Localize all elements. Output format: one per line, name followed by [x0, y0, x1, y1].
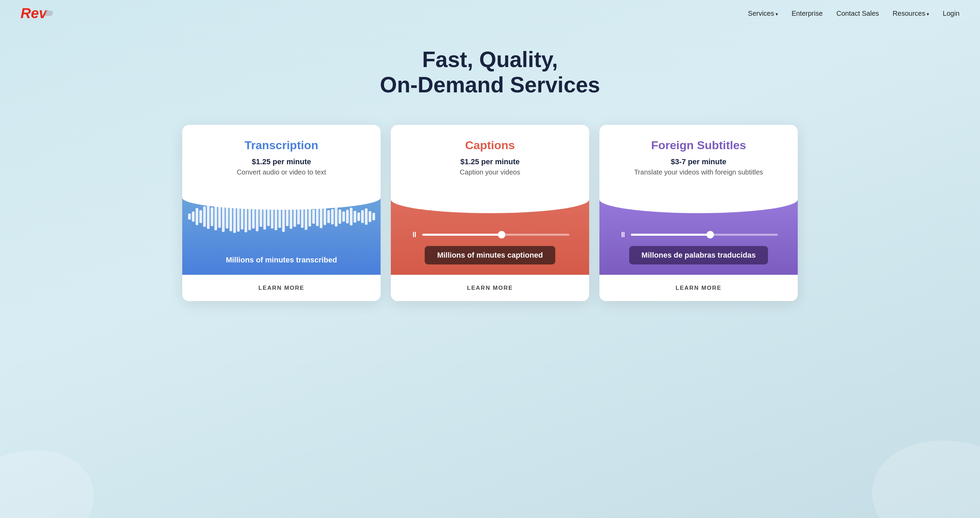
hero-title-line1: Fast, Quality, — [422, 47, 558, 72]
waveform-bar — [211, 207, 213, 226]
waveform-bar — [339, 209, 341, 224]
waveform-bar — [331, 209, 334, 225]
waveform-bar — [282, 201, 285, 232]
waveform-bar — [278, 206, 281, 228]
nav-links: Services Enterprise Contact Sales Resour… — [748, 10, 959, 18]
svg-point-0 — [0, 430, 110, 518]
waveform-bar — [237, 201, 240, 232]
foreign-title: Foreign Subtitles — [613, 139, 784, 152]
waveform-bar — [323, 208, 326, 225]
waveform-bar — [207, 204, 210, 229]
foreign-progress-fill — [631, 234, 710, 236]
hero-title-line2: On-Demand Services — [380, 73, 600, 97]
nav-link-enterprise[interactable]: Enterprise — [792, 10, 823, 17]
waveform-bar — [222, 201, 225, 232]
transcription-visual: Millions of minutes transcribed — [182, 186, 380, 275]
pause-icon[interactable]: ⏸ — [410, 230, 418, 239]
transcription-price: $1.25 per minute — [196, 158, 367, 166]
hero-section: Fast, Quality, On-Demand Services — [0, 27, 980, 125]
transcription-learn-more[interactable]: LEARN MORE — [259, 285, 304, 292]
captions-learn-more[interactable]: LEARN MORE — [467, 285, 513, 292]
transcription-desc: Convert audio or video to text — [196, 168, 367, 176]
foreign-stat: Millones de palabras traducidas — [629, 246, 768, 265]
logo[interactable]: Rev — [21, 6, 53, 21]
waveform-bar — [286, 207, 289, 226]
captions-stat: Millions of minutes captioned — [425, 246, 555, 265]
transcription-card-top: Transcription $1.25 per minute Convert a… — [182, 125, 380, 186]
nav-item-services[interactable]: Services — [748, 10, 778, 18]
waveform-bar — [290, 204, 292, 229]
waveform-bar — [327, 210, 330, 223]
logo-tail — [45, 11, 53, 16]
captions-card: Captions $1.25 per minute Caption your v… — [391, 125, 589, 301]
nav-link-contact-sales[interactable]: Contact Sales — [836, 10, 879, 17]
waveform-bar — [293, 206, 296, 227]
waveform-bar — [312, 209, 315, 224]
foreign-learn-more[interactable]: LEARN MORE — [676, 285, 721, 292]
waveform — [182, 203, 380, 230]
nav-link-resources[interactable]: Resources — [893, 10, 929, 17]
nav-item-login[interactable]: Login — [943, 10, 959, 18]
captions-progress-thumb[interactable] — [498, 231, 505, 239]
waveform-bar — [305, 203, 307, 230]
waveform-bar — [357, 212, 360, 221]
waveform-bar — [267, 207, 270, 226]
waveform-bar — [275, 203, 277, 230]
navigation: Rev Services Enterprise Contact Sales Re… — [0, 0, 980, 27]
hero-title: Fast, Quality, On-Demand Services — [7, 47, 973, 97]
waveform-bar — [245, 201, 247, 232]
captions-title: Captions — [404, 139, 576, 152]
waveform-bar — [320, 205, 323, 228]
foreign-progress-thumb[interactable] — [706, 231, 714, 239]
waveform-bar — [316, 207, 319, 226]
transcription-stat: Millions of minutes transcribed — [182, 256, 380, 275]
foreign-progress-bar[interactable] — [631, 234, 778, 236]
waveform-bar — [346, 210, 349, 223]
waveform-bar — [301, 206, 304, 228]
waveform-bar — [297, 209, 300, 225]
nav-item-resources[interactable]: Resources — [893, 10, 929, 18]
waveform-bar — [335, 207, 337, 226]
svg-point-1 — [858, 422, 980, 518]
foreign-card-top: Foreign Subtitles $3-7 per minute Transl… — [600, 125, 798, 186]
captions-card-top: Captions $1.25 per minute Caption your v… — [391, 125, 589, 186]
waveform-bar — [196, 208, 198, 225]
waveform-bar — [309, 207, 311, 226]
waveform-bar — [188, 214, 191, 220]
waveform-bar — [248, 203, 251, 230]
foreign-pause-icon[interactable]: ⏸ — [619, 230, 627, 239]
waveform-bar — [263, 204, 266, 230]
waveform-bar — [369, 211, 371, 222]
waveform-bar — [192, 212, 194, 222]
captions-progress-fill — [422, 234, 502, 236]
waveform-bar — [226, 205, 228, 228]
waveform-bar — [215, 203, 217, 230]
waveform-bar — [229, 202, 232, 231]
nav-item-contact-sales[interactable]: Contact Sales — [836, 10, 879, 18]
transcription-footer: LEARN MORE — [182, 275, 380, 301]
captions-inner: ⏸ Millions of minutes captioned — [391, 230, 589, 275]
waveform-bar — [252, 205, 255, 228]
waveform-bar — [361, 210, 364, 223]
foreign-subtitles-card: Foreign Subtitles $3-7 per minute Transl… — [600, 125, 798, 301]
captions-progress-bar[interactable] — [422, 234, 570, 236]
waveform-bar — [342, 212, 345, 222]
captions-price: $1.25 per minute — [404, 158, 576, 166]
foreign-player-row: ⏸ — [619, 230, 778, 239]
foreign-visual: ⏸ Millones de palabras traducidas — [600, 186, 798, 275]
waveform-bar — [365, 208, 368, 225]
waveform-bar — [241, 204, 243, 230]
waveform-bar — [259, 206, 262, 227]
nav-link-login[interactable]: Login — [943, 10, 959, 17]
waveform-bar — [233, 201, 236, 233]
waveform-bar — [218, 206, 221, 228]
logo-text: Rev — [21, 6, 47, 21]
waveform-bar — [271, 205, 274, 228]
waveform-bar — [256, 202, 259, 231]
transcription-card: Transcription $1.25 per minute Convert a… — [182, 125, 380, 301]
captions-wave-top — [391, 186, 589, 213]
nav-link-services[interactable]: Services — [748, 10, 778, 17]
waveform-bar — [353, 211, 356, 223]
nav-item-enterprise[interactable]: Enterprise — [792, 10, 823, 18]
foreign-price: $3-7 per minute — [613, 158, 784, 166]
